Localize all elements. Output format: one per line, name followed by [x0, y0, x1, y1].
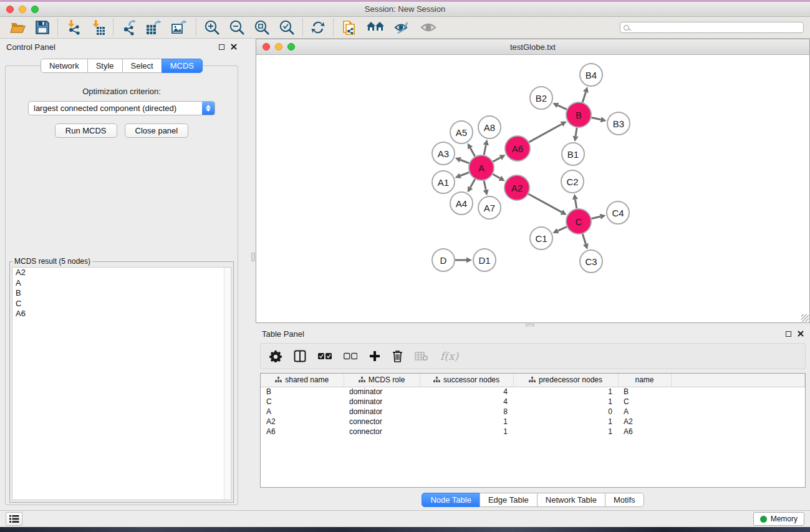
- tab-node-table[interactable]: Node Table: [422, 493, 480, 507]
- cell[interactable]: C: [618, 397, 671, 407]
- table-header[interactable]: shared nameMCDS rolesuccessor nodesprede…: [261, 374, 805, 387]
- table-row[interactable]: A6connector11A6: [261, 427, 805, 437]
- close-panel-icon[interactable]: [231, 44, 237, 50]
- table-row[interactable]: Bdominator41B: [261, 387, 805, 397]
- tab-mcds[interactable]: MCDS: [162, 59, 203, 73]
- cell[interactable]: 1: [513, 427, 618, 437]
- node-D[interactable]: D: [432, 249, 455, 271]
- node-C[interactable]: C: [566, 209, 591, 234]
- show-details-button[interactable]: [420, 21, 437, 34]
- cell[interactable]: 1: [420, 427, 513, 437]
- memory-button[interactable]: Memory: [753, 512, 804, 526]
- edge-B-B3[interactable]: [592, 117, 607, 122]
- search-input[interactable]: [632, 23, 800, 32]
- edge-B-B1[interactable]: [573, 128, 579, 142]
- result-item-c[interactable]: C: [12, 299, 231, 309]
- column-header-shared-name[interactable]: shared name: [261, 374, 344, 387]
- cell[interactable]: connector: [344, 427, 420, 437]
- select-all-button[interactable]: [318, 352, 332, 360]
- cell[interactable]: A6: [261, 427, 344, 437]
- export-table-button[interactable]: [146, 19, 163, 36]
- app-titlebar[interactable]: Session: New Session: [0, 2, 810, 17]
- close-table-panel-icon[interactable]: [798, 331, 804, 337]
- cell[interactable]: B: [618, 387, 671, 397]
- edge-D-D1[interactable]: [455, 257, 472, 263]
- network-canvas[interactable]: B4B2BB3A5A8A6B1A3AC2A1A2A4A7C4CC1C3DD1: [256, 55, 809, 322]
- node-C3[interactable]: C3: [580, 250, 602, 273]
- network-minimize-button[interactable]: [275, 43, 282, 51]
- result-scrollbar[interactable]: [224, 268, 231, 500]
- open-file-button[interactable]: [10, 20, 26, 35]
- cell[interactable]: dominator: [344, 407, 420, 417]
- tab-motifs[interactable]: Motifs: [605, 493, 644, 507]
- node-C4[interactable]: C4: [607, 201, 629, 224]
- node-A8[interactable]: A8: [478, 116, 501, 138]
- delete-table-button[interactable]: [415, 351, 428, 361]
- column-header-predecessor-nodes[interactable]: predecessor nodes: [513, 374, 618, 387]
- node-D1[interactable]: D1: [473, 249, 496, 271]
- node-A2[interactable]: A2: [504, 175, 529, 200]
- edge-A-A7[interactable]: [483, 181, 489, 196]
- cell[interactable]: 4: [420, 387, 513, 397]
- delete-column-button[interactable]: [392, 350, 403, 362]
- close-panel-button[interactable]: Close panel: [125, 123, 189, 138]
- node-A3[interactable]: A3: [432, 142, 455, 165]
- cell[interactable]: B: [261, 387, 344, 397]
- close-window-button[interactable]: [6, 6, 14, 13]
- edge-C-C2[interactable]: [572, 194, 578, 208]
- edge-A2-C[interactable]: [528, 194, 566, 215]
- deselect-all-button[interactable]: [344, 352, 357, 360]
- result-item-a[interactable]: A: [12, 278, 231, 289]
- node-A7[interactable]: A7: [478, 196, 501, 219]
- edge-A-A6[interactable]: [493, 155, 506, 162]
- cell[interactable]: 1: [513, 417, 618, 427]
- tab-network[interactable]: Network: [41, 59, 88, 73]
- node-A5[interactable]: A5: [450, 121, 473, 143]
- edge-B-B4[interactable]: [582, 87, 588, 102]
- column-header-MCDS-role[interactable]: MCDS role: [344, 374, 420, 387]
- cell[interactable]: 8: [420, 407, 513, 417]
- node-A1[interactable]: A1: [432, 171, 455, 193]
- task-history-button[interactable]: [6, 512, 22, 526]
- edge-A-A4[interactable]: [468, 179, 475, 192]
- table-row[interactable]: Cdominator41C: [261, 397, 805, 407]
- node-B[interactable]: B: [566, 102, 591, 127]
- column-header-successor-nodes[interactable]: successor nodes: [420, 374, 513, 387]
- cell[interactable]: A: [261, 407, 344, 417]
- cell[interactable]: A2: [261, 417, 344, 427]
- node-C2[interactable]: C2: [561, 170, 584, 193]
- zoom-in-button[interactable]: [204, 19, 220, 36]
- cell[interactable]: A: [618, 407, 671, 417]
- network-graph[interactable]: B4B2BB3A5A8A6B1A3AC2A1A2A4A7C4CC1C3DD1: [256, 55, 809, 322]
- resize-grip-icon[interactable]: [801, 314, 809, 322]
- minimize-window-button[interactable]: [19, 6, 26, 13]
- edge-A-A1[interactable]: [455, 172, 470, 178]
- refresh-button[interactable]: [311, 20, 325, 35]
- zoom-fit-button[interactable]: [254, 19, 270, 36]
- cell[interactable]: A2: [618, 417, 671, 427]
- table-row[interactable]: Adominator80A: [261, 407, 805, 417]
- edge-C-C3[interactable]: [582, 234, 588, 249]
- edge-A-A5[interactable]: [468, 143, 475, 156]
- edge-A-A8[interactable]: [483, 140, 489, 155]
- home-button[interactable]: [366, 21, 385, 34]
- node-table[interactable]: shared nameMCDS rolesuccessor nodesprede…: [260, 373, 806, 488]
- node-B4[interactable]: B4: [580, 64, 602, 86]
- tab-edge-table[interactable]: Edge Table: [480, 493, 538, 507]
- export-image-button[interactable]: [171, 19, 188, 36]
- criterion-select[interactable]: largest connected component (directed): [28, 101, 215, 115]
- tab-style[interactable]: Style: [87, 59, 123, 73]
- search-field[interactable]: [620, 22, 804, 33]
- add-column-button[interactable]: [369, 351, 380, 362]
- edge-B-B2[interactable]: [552, 103, 567, 110]
- import-table-button[interactable]: [90, 19, 105, 36]
- result-item-a6[interactable]: A6: [12, 309, 231, 319]
- zoom-out-button[interactable]: [229, 19, 245, 36]
- hide-labels-button[interactable]: [393, 20, 411, 35]
- edge-C-C4[interactable]: [591, 214, 605, 220]
- node-B3[interactable]: B3: [607, 112, 630, 135]
- column-header-name[interactable]: name: [618, 374, 671, 387]
- column-selector-button[interactable]: [294, 350, 306, 362]
- network-close-button[interactable]: [263, 43, 270, 51]
- cell[interactable]: C: [261, 397, 344, 407]
